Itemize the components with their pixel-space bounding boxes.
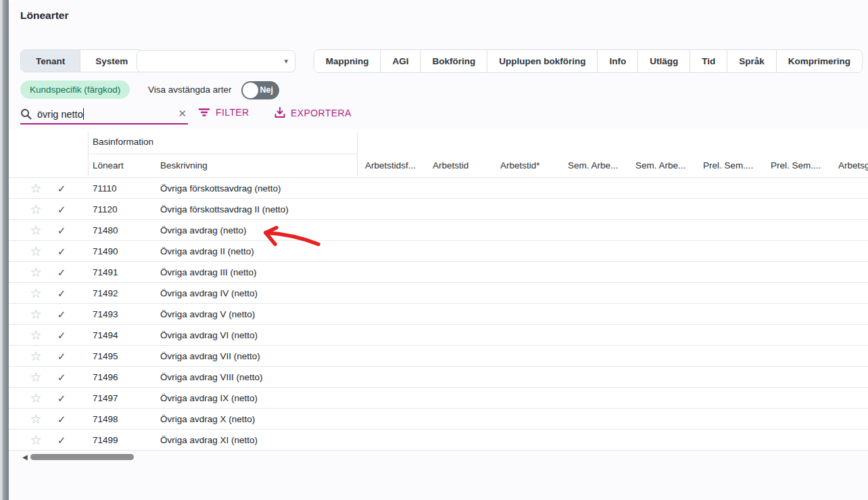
active-check-icon: ✓	[47, 225, 76, 235]
active-check-icon: ✓	[47, 372, 76, 382]
favorite-star-icon[interactable]: ☆	[25, 307, 47, 321]
column-header-8: Prel. Sem....	[763, 160, 830, 171]
column-header-1: Beskrivning	[144, 160, 357, 171]
tab-info[interactable]: Info	[597, 50, 637, 72]
table-header: Basinformation LöneartBeskrivningArbetst…	[9, 129, 868, 178]
active-check-icon: ✓	[47, 183, 76, 194]
row-description: Övriga avdrag (netto)	[144, 225, 357, 235]
column-header-0: Löneart	[76, 160, 144, 171]
table-row-71494[interactable]: ☆✓71494Övriga avdrag VI (netto)	[9, 325, 868, 346]
table-row-71493[interactable]: ☆✓71493Övriga avdrag V (netto)	[9, 304, 868, 325]
tab-komprimering[interactable]: Komprimering	[776, 50, 862, 72]
active-check-icon: ✓	[47, 435, 76, 445]
favorite-star-icon[interactable]: ☆	[25, 286, 47, 300]
segment-tenant[interactable]: Tenant	[21, 50, 80, 72]
clear-search-icon[interactable]: ✕	[178, 108, 187, 120]
export-button-label: EXPORTERA	[291, 108, 352, 118]
row-code: 71492	[76, 288, 144, 298]
column-header-9: Arbetsg	[830, 160, 868, 171]
text-cursor	[83, 108, 85, 120]
table-body: ☆✓71110Övriga förskottsavdrag (netto)☆✓7…	[9, 178, 868, 451]
show-disabled-toggle[interactable]: Nej	[241, 81, 279, 99]
search-input[interactable]: övrig netto ✕	[20, 105, 188, 124]
row-description: Övriga avdrag II (netto)	[144, 246, 357, 256]
table-row-71480[interactable]: ☆✓71480Övriga avdrag (netto)	[9, 220, 868, 241]
favorite-star-icon[interactable]: ☆	[25, 202, 47, 216]
row-description: Övriga avdrag V (netto)	[144, 309, 357, 319]
favorite-star-icon[interactable]: ☆	[25, 328, 47, 342]
scrollbar-thumb[interactable]	[30, 454, 134, 460]
row-code: 71498	[76, 414, 144, 424]
row-description: Övriga förskottsavdrag (netto)	[144, 183, 357, 194]
kundspecifik-chip[interactable]: Kundspecifik (färgkod)	[20, 81, 130, 99]
active-check-icon: ✓	[47, 351, 76, 361]
row-code: 71120	[76, 204, 144, 214]
column-header-2: Arbetstidsf...	[357, 160, 425, 171]
horizontal-scrollbar: ◀	[9, 453, 868, 461]
tab-mappning[interactable]: Mappning	[314, 50, 381, 72]
table-row-71496[interactable]: ☆✓71496Övriga avdrag VIII (netto)	[9, 367, 868, 388]
favorite-star-icon[interactable]: ☆	[25, 391, 47, 405]
tab-bokföring[interactable]: Bokföring	[420, 50, 487, 72]
favorite-star-icon[interactable]: ☆	[25, 370, 47, 384]
table-row-71120[interactable]: ☆✓71120Övriga förskottsavdrag II (netto)	[9, 199, 868, 220]
chevron-down-icon: ▾	[284, 57, 288, 66]
filter-button-label: FILTER	[216, 107, 249, 118]
row-code: 71490	[76, 246, 144, 256]
lonearter-table: Basinformation LöneartBeskrivningArbetst…	[9, 129, 868, 451]
active-check-icon: ✓	[47, 204, 76, 214]
row-description: Övriga avdrag III (netto)	[144, 267, 357, 277]
row-description: Övriga avdrag VIII (netto)	[144, 372, 357, 382]
column-header-5: Sem. Arbe...	[560, 160, 627, 171]
active-check-icon: ✓	[47, 393, 76, 403]
row-code: 71480	[76, 225, 144, 235]
row-code: 71110	[76, 183, 144, 194]
column-header-4: Arbetstid*	[492, 160, 560, 171]
favorite-star-icon[interactable]: ☆	[25, 181, 47, 195]
row-code: 71491	[76, 267, 144, 277]
filter-button[interactable]: FILTER	[198, 107, 249, 118]
tab-tid[interactable]: Tid	[690, 50, 727, 72]
row-code: 71497	[76, 393, 144, 403]
filter-dropdown[interactable]: ▾	[137, 50, 295, 72]
favorite-star-icon[interactable]: ☆	[25, 433, 47, 447]
tab-utlägg[interactable]: Utlägg	[637, 50, 690, 72]
favorite-star-icon[interactable]: ☆	[25, 223, 47, 237]
toggle-state: Nej	[260, 85, 273, 95]
export-button[interactable]: EXPORTERA	[274, 107, 352, 118]
page-title: Lönearter	[20, 9, 69, 22]
table-row-71490[interactable]: ☆✓71490Övriga avdrag II (netto)	[9, 241, 868, 262]
favorite-star-icon[interactable]: ☆	[25, 412, 47, 426]
table-row-71497[interactable]: ☆✓71497Övriga avdrag IX (netto)	[9, 388, 868, 409]
table-row-71491[interactable]: ☆✓71491Övriga avdrag III (netto)	[9, 262, 868, 283]
favorite-star-icon[interactable]: ☆	[25, 265, 47, 279]
tab-språk[interactable]: Språk	[727, 50, 776, 72]
table-row-71110[interactable]: ☆✓71110Övriga förskottsavdrag (netto)	[9, 178, 868, 199]
download-icon	[274, 107, 285, 118]
active-check-icon: ✓	[47, 267, 76, 277]
favorite-star-icon[interactable]: ☆	[25, 349, 47, 363]
table-row-71495[interactable]: ☆✓71495Övriga avdrag VII (netto)	[9, 346, 868, 367]
row-description: Övriga avdrag XI (netto)	[144, 435, 357, 445]
scroll-left-icon[interactable]: ◀	[22, 453, 28, 461]
tab-agi[interactable]: AGI	[380, 50, 420, 72]
lonearter-panel: Lönearter Tenant System ▾ MappningAGIBok…	[9, 0, 868, 500]
table-row-71492[interactable]: ☆✓71492Övriga avdrag IV (netto)	[9, 283, 868, 304]
scope-segmented-control: Tenant System	[20, 49, 143, 72]
outer-layout-edge	[0, 0, 9, 500]
active-check-icon: ✓	[47, 288, 76, 298]
row-code: 71494	[76, 330, 144, 340]
tab-upplupen-bokföring[interactable]: Upplupen bokföring	[487, 50, 597, 72]
favorite-star-icon[interactable]: ☆	[25, 244, 47, 258]
column-header-6: Sem. Arbe...	[627, 160, 695, 171]
row-code: 71499	[76, 435, 144, 445]
row-description: Övriga avdrag VI (netto)	[144, 330, 357, 340]
row-code: 71495	[76, 351, 144, 361]
row-description: Övriga avdrag IV (netto)	[144, 288, 357, 298]
row-description: Övriga förskottsavdrag II (netto)	[144, 204, 357, 214]
column-header-3: Arbetstid	[425, 160, 492, 171]
segment-system[interactable]: System	[80, 50, 143, 72]
table-row-71498[interactable]: ☆✓71498Övriga avdrag X (netto)	[9, 409, 868, 430]
table-row-71499[interactable]: ☆✓71499Övriga avdrag XI (netto)	[9, 430, 868, 451]
active-check-icon: ✓	[47, 246, 76, 256]
